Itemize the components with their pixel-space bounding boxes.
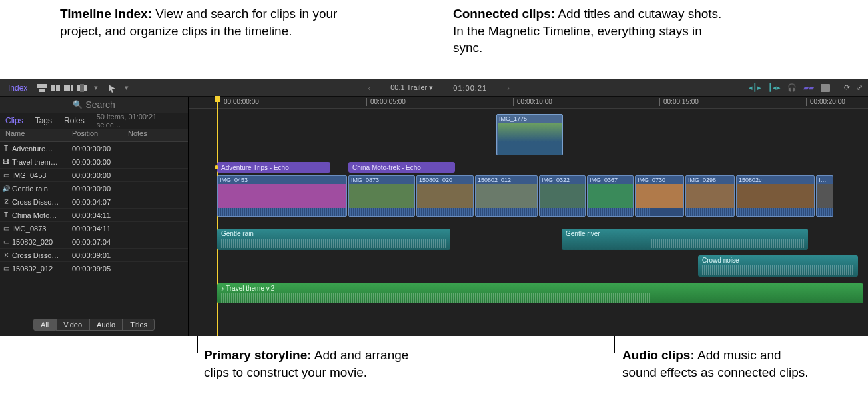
video-clip[interactable]: 150802_012 — [475, 175, 538, 217]
ruler-tick: 00:00:20:00 — [810, 98, 845, 105]
row-type-icon: ▭ — [0, 171, 12, 179]
row-position: 00:00:07:04 — [72, 238, 124, 246]
clip-appearance-icon[interactable] — [821, 84, 830, 92]
primary-storyline[interactable]: IMG_0453IMG_0873150802_020150802_012IMG_… — [217, 175, 868, 217]
index-button[interactable]: Index — [5, 83, 30, 93]
video-audio-wave — [737, 208, 814, 216]
table-row[interactable]: 🔊Gentle rain00:00:00:00 — [0, 182, 188, 195]
prev-edit-icon[interactable]: ‹ — [368, 84, 371, 92]
table-row[interactable]: ⧖Cross Disso…00:00:09:01 — [0, 249, 188, 262]
video-clip[interactable]: IMG_0453 — [217, 175, 347, 217]
row-name: IMG_0873 — [12, 225, 72, 233]
filter-video[interactable]: Video — [56, 319, 89, 331]
row-name: Cross Disso… — [12, 251, 72, 259]
video-clip[interactable]: IMG_0730 — [635, 175, 684, 217]
filter-all[interactable]: All — [33, 319, 56, 331]
col-notes[interactable]: Notes — [124, 129, 188, 141]
project-title[interactable]: 00.1 Trailer ▾ — [390, 83, 433, 92]
tab-roles[interactable]: Roles — [64, 116, 85, 125]
search-icon: 🔍 — [73, 100, 83, 109]
timeline-ruler[interactable]: 00:00:00:0000:00:05:0000:00:10:0000:00:1… — [189, 97, 868, 109]
video-clip[interactable]: IMG_0298 — [685, 175, 735, 217]
callout-connected-clips: Connected clips: Add titles and cutaway … — [453, 5, 733, 57]
table-row[interactable]: TChina Moto…00:00:04:11 — [0, 209, 188, 222]
connect-clip-icon[interactable] — [37, 83, 47, 93]
timeline-topbar: Index ▾ ▾ ‹ 00.1 Trailer ▾ 01:00:21 › ◂┃… — [0, 79, 868, 97]
video-audio-wave — [817, 208, 833, 216]
row-type-icon: ⧖ — [0, 251, 12, 259]
tools-dropdown-icon[interactable]: ▾ — [94, 83, 98, 92]
row-name: 150802_020 — [12, 238, 72, 246]
select-tool-icon[interactable] — [107, 83, 118, 93]
tab-clips[interactable]: Clips — [5, 116, 23, 125]
table-row[interactable]: TAdventure…00:00:00:00 — [0, 142, 188, 155]
snapping-icon[interactable]: ▰▰ — [803, 83, 814, 92]
connected-clip[interactable]: IMG_1775 — [496, 114, 563, 155]
insert-clip-icon[interactable] — [50, 83, 61, 93]
audio-skimming-icon[interactable]: ◂┃▸ — [749, 83, 761, 92]
video-thumb — [686, 184, 734, 208]
video-clip-label: 150802c — [737, 176, 814, 184]
table-row[interactable]: ▭IMG_087300:00:04:11 — [0, 222, 188, 235]
filter-titles[interactable]: Titles — [123, 319, 155, 331]
overwrite-clip-icon[interactable] — [77, 83, 87, 93]
video-clip[interactable]: 150802_020 — [416, 175, 474, 217]
row-type-icon: ⧖ — [0, 198, 12, 206]
audio-clip-crowd[interactable]: Crowd noise — [698, 255, 858, 277]
full-screen-icon[interactable]: ⤢ — [857, 83, 863, 92]
skimming-icon[interactable]: ┃◂▸ — [768, 83, 781, 92]
video-clip[interactable]: IMG_0873 — [348, 175, 415, 217]
col-position[interactable]: Position — [72, 129, 124, 141]
video-clip[interactable]: IMG_0322 — [539, 175, 586, 217]
lead-timeline-index — [51, 9, 51, 86]
video-thumb — [417, 184, 473, 208]
table-row[interactable]: ▭150802_01200:00:09:05 — [0, 262, 188, 275]
row-name: IMG_0453 — [12, 171, 72, 179]
audio-label: Crowd noise — [702, 257, 739, 264]
row-type-icon: T — [0, 211, 12, 219]
title-clip[interactable]: Adventure Trips - Echo — [217, 162, 330, 173]
svg-rect-7 — [80, 84, 84, 92]
next-edit-icon[interactable]: › — [507, 84, 510, 92]
video-audio-wave — [686, 208, 734, 216]
video-clip-label: IMG_0453 — [218, 176, 346, 184]
timeline-area[interactable]: 00:00:00:0000:00:05:0000:00:10:0000:00:1… — [189, 97, 868, 336]
row-name: China Moto… — [12, 211, 72, 219]
video-thumb — [737, 184, 814, 208]
video-clip[interactable]: I… — [816, 175, 833, 217]
col-name[interactable]: Name — [0, 129, 72, 141]
select-tool-dropdown-icon[interactable]: ▾ — [125, 83, 129, 92]
table-row[interactable]: ▭IMG_045300:00:00:00 — [0, 169, 188, 182]
row-position: 00:00:04:11 — [72, 211, 124, 219]
row-type-icon: ▭ — [0, 265, 12, 272]
tab-tags[interactable]: Tags — [35, 116, 52, 125]
video-thumb — [540, 184, 585, 208]
project-timecode: 01:00:21 — [453, 84, 487, 92]
solo-icon[interactable]: 🎧 — [787, 83, 797, 92]
row-position: 00:00:00:00 — [72, 185, 124, 193]
video-clip[interactable]: IMG_0367 — [587, 175, 634, 217]
title-clip[interactable]: China Moto-trek - Echo — [348, 162, 455, 173]
ruler-tick: 00:00:00:00 — [224, 98, 259, 105]
video-thumb — [476, 184, 537, 208]
video-clip[interactable]: 150802c — [736, 175, 815, 217]
table-row[interactable]: ▭150802_02000:00:07:04 — [0, 235, 188, 249]
svg-rect-2 — [51, 85, 55, 91]
video-thumb — [817, 184, 833, 208]
video-clip-label: IMG_0367 — [588, 176, 633, 184]
filter-audio[interactable]: Audio — [89, 319, 123, 331]
loop-icon[interactable]: ⟳ — [844, 83, 850, 92]
title-clip-label: China Moto-trek - Echo — [352, 164, 421, 171]
audio-clip-music[interactable]: ♪ Travel theme v.2 — [217, 283, 863, 303]
audio-clip-river[interactable]: Gentle river — [562, 229, 808, 250]
callout-primary-storyline: Primary storyline: Add and arrange clips… — [204, 347, 417, 381]
table-row[interactable]: ⧖Cross Disso…00:00:04:07 — [0, 195, 188, 209]
row-name: Cross Disso… — [12, 198, 72, 206]
video-audio-wave — [636, 208, 683, 216]
index-search[interactable]: 🔍 Search — [0, 97, 188, 113]
table-row[interactable]: 🎞Travel them…00:00:00:00 — [0, 155, 188, 169]
append-clip-icon[interactable] — [63, 83, 74, 93]
row-position: 00:00:09:05 — [72, 265, 124, 273]
row-position: 00:00:00:00 — [72, 145, 124, 153]
audio-clip-rain[interactable]: Gentle rain — [217, 229, 450, 250]
